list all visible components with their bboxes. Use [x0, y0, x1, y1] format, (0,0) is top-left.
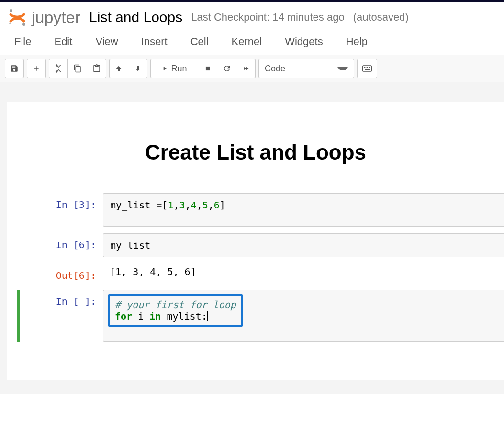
code-input[interactable]: my_list =[1,3,4,5,6] — [103, 193, 504, 227]
restart-run-all-button[interactable] — [236, 59, 256, 78]
out-prompt: Out[6]: — [7, 264, 103, 283]
brand-text: jupyter — [32, 8, 80, 27]
menu-insert[interactable]: Insert — [141, 35, 168, 48]
in-prompt: In [ ]: — [20, 290, 103, 342]
menu-widgets[interactable]: Widgets — [285, 35, 323, 48]
paste-icon — [92, 64, 101, 73]
checkpoint-text: Last Checkpoint: 14 minutes ago — [191, 11, 344, 23]
keyboard-icon — [362, 65, 372, 72]
svg-rect-5 — [364, 67, 365, 68]
notebook-inner: Create List and Loops In [3]: my_list =[… — [7, 102, 504, 380]
svg-rect-7 — [367, 67, 368, 68]
arrow-up-icon — [115, 65, 123, 72]
in-prompt: In [3]: — [7, 193, 103, 227]
fast-forward-icon — [242, 65, 250, 72]
code-input[interactable]: # your first for loop for i in mylist: — [103, 290, 504, 342]
code-cell-3[interactable]: In [ ]: # your first for loop for i in m… — [20, 290, 504, 342]
run-button[interactable]: Run — [150, 59, 198, 78]
arrow-down-icon — [134, 65, 142, 72]
notebook-title[interactable]: List and Loops — [89, 9, 182, 25]
text-cursor — [207, 311, 208, 321]
jupyter-logo[interactable]: jupyter — [8, 8, 80, 27]
kw-for: for — [115, 311, 132, 322]
restart-button[interactable] — [217, 59, 236, 78]
menu-edit[interactable]: Edit — [54, 35, 72, 48]
celltype-select[interactable]: Code — [258, 59, 354, 78]
copy-button[interactable] — [68, 59, 87, 78]
app-shell: jupyter List and Loops Last Checkpoint: … — [0, 0, 504, 82]
output-text: [1, 3, 4, 5, 6] — [103, 264, 504, 283]
move-down-button[interactable] — [128, 59, 147, 78]
edit-group — [49, 59, 106, 78]
menu-file[interactable]: File — [14, 35, 31, 48]
run-group: Run — [150, 59, 256, 78]
markdown-heading[interactable]: Create List and Loops — [7, 140, 504, 164]
svg-rect-4 — [363, 66, 371, 71]
kw-in: in — [149, 311, 161, 322]
jupyter-icon — [8, 8, 27, 27]
add-cell-button[interactable] — [27, 59, 46, 78]
interrupt-button[interactable] — [198, 59, 217, 78]
comment-text: # your first for loop — [115, 299, 236, 311]
save-button[interactable] — [5, 59, 24, 78]
svg-rect-6 — [366, 67, 367, 68]
menu-help[interactable]: Help — [346, 35, 368, 48]
menu-cell[interactable]: Cell — [190, 35, 209, 48]
code-input[interactable]: my_list — [103, 233, 504, 257]
move-group — [109, 59, 147, 78]
autosave-text: (autosaved) — [353, 11, 409, 23]
svg-rect-3 — [205, 67, 209, 70]
svg-rect-9 — [365, 69, 370, 70]
copy-icon — [73, 64, 82, 73]
var-i: i — [132, 311, 149, 322]
run-label: Run — [171, 64, 187, 74]
restart-icon — [223, 64, 231, 73]
code-cell-2[interactable]: In [6]: my_list — [7, 233, 504, 257]
code-rest: mylist: — [161, 311, 207, 322]
paste-button[interactable] — [87, 59, 106, 78]
focus-highlight: # your first for loop for i in mylist: — [108, 294, 243, 327]
scissors-icon — [54, 64, 63, 73]
move-up-button[interactable] — [109, 59, 128, 78]
menu-view[interactable]: View — [95, 35, 118, 48]
save-icon — [10, 64, 19, 73]
plus-icon — [33, 65, 40, 72]
stop-icon — [204, 65, 211, 72]
command-palette-button[interactable] — [357, 59, 377, 78]
play-icon — [161, 65, 168, 72]
code-cell-1[interactable]: In [3]: my_list =[1,3,4,5,6] — [7, 193, 504, 227]
output-cell-2: Out[6]: [1, 3, 4, 5, 6] — [7, 264, 504, 283]
toolbar: Run Code — [0, 55, 504, 82]
menubar: File Edit View Insert Cell Kernel Widget… — [0, 32, 504, 55]
header: jupyter List and Loops Last Checkpoint: … — [0, 2, 504, 32]
cut-button[interactable] — [49, 59, 68, 78]
celltype-value: Code — [265, 64, 285, 74]
svg-point-2 — [9, 23, 11, 24]
active-cell-wrapper: In [ ]: # your first for loop for i in m… — [17, 290, 504, 342]
notebook-area: Create List and Loops In [3]: my_list =[… — [0, 82, 504, 394]
in-prompt: In [6]: — [7, 233, 103, 257]
svg-point-0 — [10, 9, 12, 12]
svg-rect-8 — [369, 67, 370, 68]
svg-point-1 — [22, 23, 25, 26]
menu-kernel[interactable]: Kernel — [232, 35, 262, 48]
